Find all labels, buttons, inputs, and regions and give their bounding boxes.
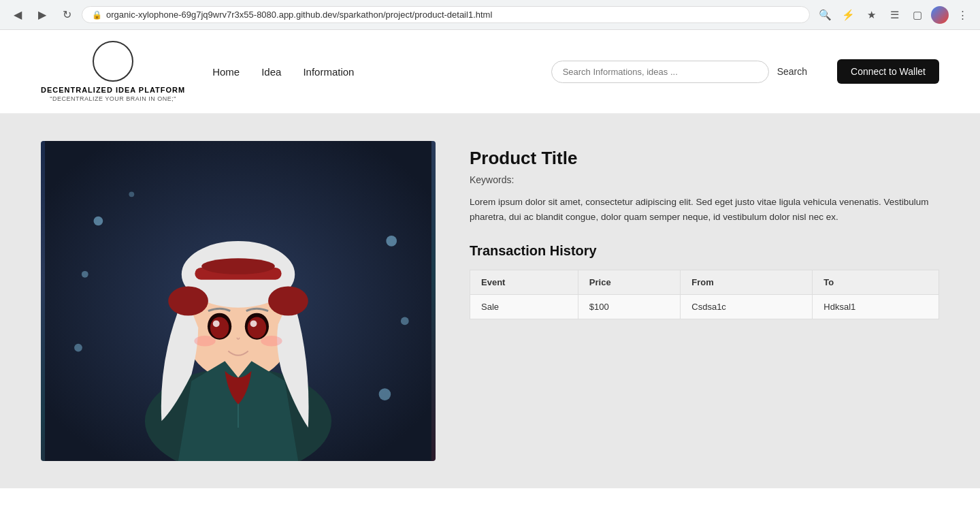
svg-point-21: [250, 320, 257, 327]
bookmark-icon[interactable]: ★: [862, 5, 881, 25]
col-price: Price: [578, 270, 680, 295]
search-button[interactable]: Search: [774, 62, 810, 81]
col-event: Event: [470, 270, 578, 295]
search-area: Search: [551, 61, 810, 83]
cell-event: Sale: [470, 295, 578, 319]
reload-button[interactable]: ↻: [57, 5, 76, 25]
cell-from: Csdsa1c: [681, 295, 813, 319]
svg-point-7: [129, 191, 134, 197]
cell-price: $100: [578, 295, 680, 319]
extensions-icon[interactable]: ⚡: [838, 5, 858, 25]
lock-icon: 🔒: [92, 10, 102, 20]
svg-point-19: [248, 317, 266, 338]
product-title: Product Title: [470, 148, 939, 169]
table-row: Sale$100Csdsa1cHdksal1: [470, 295, 939, 319]
address-bar[interactable]: 🔒 organic-xylophone-69g7jq9wrv7r3x55-808…: [82, 6, 810, 23]
window-icon[interactable]: ▢: [908, 5, 927, 25]
logo-area: DECENTRALIZED IDEA PLATFORM "DECENTRALIZ…: [41, 41, 185, 102]
svg-point-22: [194, 336, 215, 347]
keywords-label: Keywords:: [470, 174, 939, 185]
site-header: DECENTRALIZED IDEA PLATFORM "DECENTRALIZ…: [0, 30, 980, 114]
product-image: [41, 141, 436, 461]
svg-point-15: [201, 258, 275, 274]
svg-point-2: [82, 271, 88, 278]
col-to: To: [813, 270, 939, 295]
table-body: Sale$100Csdsa1cHdksal1: [470, 295, 939, 319]
more-options-icon[interactable]: ⋮: [953, 5, 972, 25]
transaction-history-title: Transaction History: [470, 243, 939, 259]
table-header-row: Event Price From To: [470, 270, 939, 295]
search-browser-icon[interactable]: 🔍: [815, 5, 834, 25]
browser-chrome: ◀ ▶ ↻ 🔒 organic-xylophone-69g7jq9wrv7r3x…: [0, 0, 980, 30]
search-input[interactable]: [551, 61, 769, 83]
svg-point-18: [210, 317, 229, 338]
svg-point-4: [386, 236, 397, 247]
nav-information[interactable]: Information: [303, 66, 354, 78]
logo-title: DECENTRALIZED IDEA PLATFORM: [41, 86, 185, 94]
svg-point-5: [401, 317, 409, 326]
bookmark-list-icon[interactable]: ☰: [885, 5, 904, 25]
forward-button[interactable]: ▶: [33, 5, 52, 25]
svg-point-13: [268, 286, 308, 315]
logo-subtitle: "DECENTRALIZE YOUR BRAIN IN ONE;": [50, 95, 176, 102]
browser-actions: 🔍 ⚡ ★ ☰ ▢ ⋮: [815, 5, 972, 25]
nav-home[interactable]: Home: [212, 66, 240, 78]
svg-point-23: [261, 336, 282, 347]
col-from: From: [681, 270, 813, 295]
svg-point-20: [213, 320, 220, 327]
back-button[interactable]: ◀: [8, 5, 27, 25]
connect-wallet-button[interactable]: Connect to Wallet: [837, 59, 939, 84]
main-content: Product Title Keywords: Lorem ipsum dolo…: [0, 114, 980, 488]
product-details: Product Title Keywords: Lorem ipsum dolo…: [470, 141, 939, 461]
svg-point-6: [379, 388, 391, 400]
transaction-table: Event Price From To Sale$100Csdsa1cHdksa…: [470, 270, 939, 319]
svg-point-1: [94, 217, 103, 226]
url-text: organic-xylophone-69g7jq9wrv7r3x55-8080.…: [106, 10, 492, 20]
nav-idea[interactable]: Idea: [261, 66, 281, 78]
svg-point-12: [168, 286, 208, 315]
svg-point-3: [74, 344, 82, 352]
nav-links: Home Idea Information: [212, 66, 523, 78]
logo-circle: [93, 41, 133, 82]
table-header: Event Price From To: [470, 270, 939, 295]
profile-avatar[interactable]: [931, 6, 949, 24]
cell-to: Hdksal1: [813, 295, 939, 319]
product-description: Lorem ipsum dolor sit amet, consectetur …: [470, 195, 939, 224]
anime-character-svg: [41, 141, 436, 461]
